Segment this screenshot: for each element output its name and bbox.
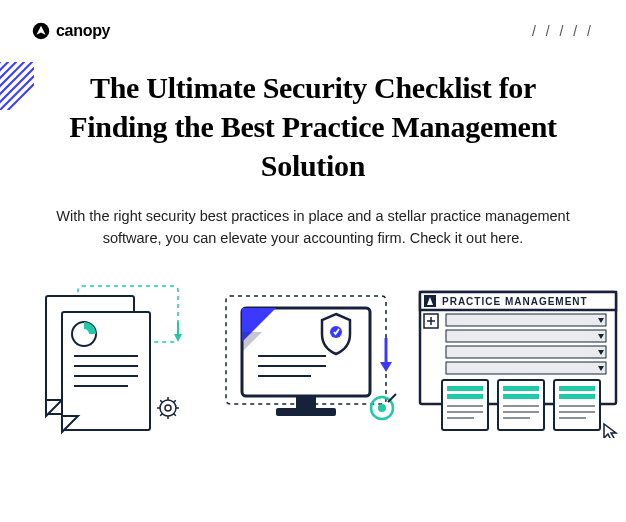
svg-rect-33 [276,408,336,416]
svg-line-26 [174,414,176,416]
svg-marker-10 [174,334,182,342]
svg-rect-68 [559,394,595,399]
svg-line-3 [0,62,34,96]
header-bar: canopy / / / / / [0,0,626,40]
canopy-logo-icon [32,22,50,40]
practice-management-illustration: PRACTICE MANAGEMENT [414,278,624,438]
svg-rect-56 [447,394,483,399]
svg-line-28 [174,400,176,402]
panel-title-text: PRACTICE MANAGEMENT [442,296,588,307]
document-illustration [18,278,198,438]
monitor-shield-illustration [206,278,406,438]
brand-logo: canopy [32,22,110,40]
gear-icon [157,397,179,419]
target-icon [371,394,396,419]
svg-rect-55 [447,386,483,391]
svg-line-25 [160,400,162,402]
svg-line-27 [160,414,162,416]
svg-rect-50 [446,346,606,358]
svg-point-39 [378,404,386,412]
svg-marker-30 [380,362,392,372]
svg-rect-32 [296,396,316,408]
page-subtitle: With the right security best practices i… [53,205,573,250]
brand-name: canopy [56,22,110,40]
illustration-row: PRACTICE MANAGEMENT [0,278,626,438]
page-title: The Ultimate Security Checklist for Find… [43,68,583,185]
shield-icon [322,314,350,354]
diagonal-hatch-decoration [0,62,34,110]
svg-rect-61 [503,386,539,391]
svg-rect-12 [62,312,150,430]
svg-rect-62 [503,394,539,399]
slash-decoration: / / / / / [532,23,594,39]
svg-rect-48 [446,330,606,342]
svg-point-14 [79,329,89,339]
cursor-icon [604,424,616,438]
svg-rect-67 [559,386,595,391]
svg-rect-52 [446,362,606,374]
svg-rect-46 [446,314,606,326]
svg-point-20 [165,405,171,411]
